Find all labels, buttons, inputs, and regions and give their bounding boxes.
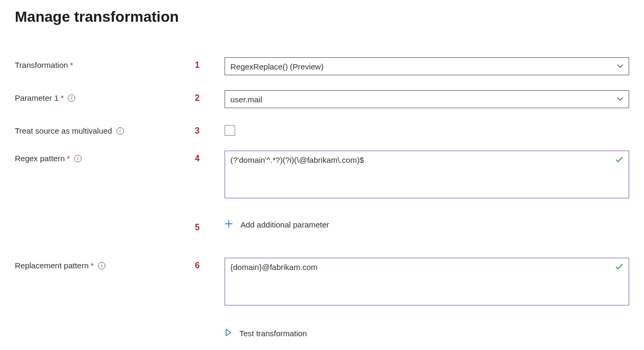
- row-regex: Regex pattern * i 4 (?'domain'^.*?)(?i)(…: [15, 151, 629, 198]
- plus-icon: [225, 220, 233, 230]
- parameter1-dropdown[interactable]: user.mail: [225, 90, 629, 108]
- step-number-3: 3: [195, 123, 225, 136]
- play-icon: [225, 329, 232, 338]
- row-test: Test transformation: [15, 329, 629, 338]
- regex-pattern-input[interactable]: (?'domain'^.*?)(?i)(\@fabrikam\.com)$: [225, 151, 629, 198]
- checkmark-icon: [615, 155, 623, 166]
- textarea-value: {domain}@fabrikam.com: [230, 262, 610, 272]
- textarea-value: (?'domain'^.*?)(?i)(\@fabrikam\.com)$: [230, 155, 610, 164]
- label-empty: [15, 220, 195, 223]
- info-icon[interactable]: i: [74, 155, 82, 162]
- link-text: Add additional parameter: [240, 220, 329, 229]
- dropdown-value: user.mail: [230, 95, 262, 104]
- label-regex: Regex pattern * i: [15, 151, 195, 163]
- step-number-empty: [195, 329, 225, 332]
- info-icon[interactable]: i: [98, 262, 105, 269]
- step-number-6: 6: [195, 258, 225, 270]
- dropdown-value: RegexReplace() (Preview): [230, 62, 324, 71]
- label-text: Transformation: [15, 60, 68, 69]
- step-number-5: 5: [195, 220, 225, 232]
- label-empty: [15, 329, 195, 332]
- chevron-down-icon: [617, 62, 623, 71]
- label-text: Regex pattern: [15, 154, 65, 163]
- add-parameter-button[interactable]: Add additional parameter: [225, 220, 629, 230]
- transformation-dropdown[interactable]: RegexReplace() (Preview): [225, 57, 629, 75]
- page-title: Manage transformation: [15, 8, 629, 25]
- required-star: *: [67, 154, 70, 163]
- replacement-pattern-input[interactable]: {domain}@fabrikam.com: [225, 258, 629, 305]
- label-replacement: Replacement pattern * i: [15, 258, 195, 270]
- label-text: Parameter 1: [15, 93, 59, 102]
- label-text: Treat source as multivalued: [15, 126, 112, 135]
- step-number-4: 4: [195, 151, 225, 163]
- required-star: *: [61, 93, 64, 102]
- row-transformation: Transformation * 1 RegexReplace() (Previ…: [15, 57, 629, 75]
- step-number-2: 2: [195, 90, 225, 103]
- chevron-down-icon: [617, 95, 623, 104]
- step-number-1: 1: [195, 57, 225, 70]
- row-replacement: Replacement pattern * i 6 {domain}@fabri…: [15, 258, 629, 305]
- row-add-param: 5 Add additional parameter: [15, 220, 629, 232]
- info-icon[interactable]: i: [117, 127, 124, 135]
- label-transformation: Transformation *: [15, 57, 195, 69]
- checkmark-icon: [615, 262, 623, 273]
- row-multivalued: Treat source as multivalued i 3: [15, 123, 629, 136]
- info-icon[interactable]: i: [68, 94, 75, 102]
- test-transformation-button[interactable]: Test transformation: [225, 329, 629, 338]
- label-multivalued: Treat source as multivalued i: [15, 123, 195, 135]
- multivalued-checkbox[interactable]: [225, 125, 235, 136]
- row-parameter1: Parameter 1 * i 2 user.mail: [15, 90, 629, 108]
- label-parameter1: Parameter 1 * i: [15, 90, 195, 102]
- label-text: Replacement pattern: [15, 261, 88, 270]
- link-text: Test transformation: [239, 329, 307, 338]
- required-star: *: [70, 60, 73, 69]
- required-star: *: [91, 261, 94, 270]
